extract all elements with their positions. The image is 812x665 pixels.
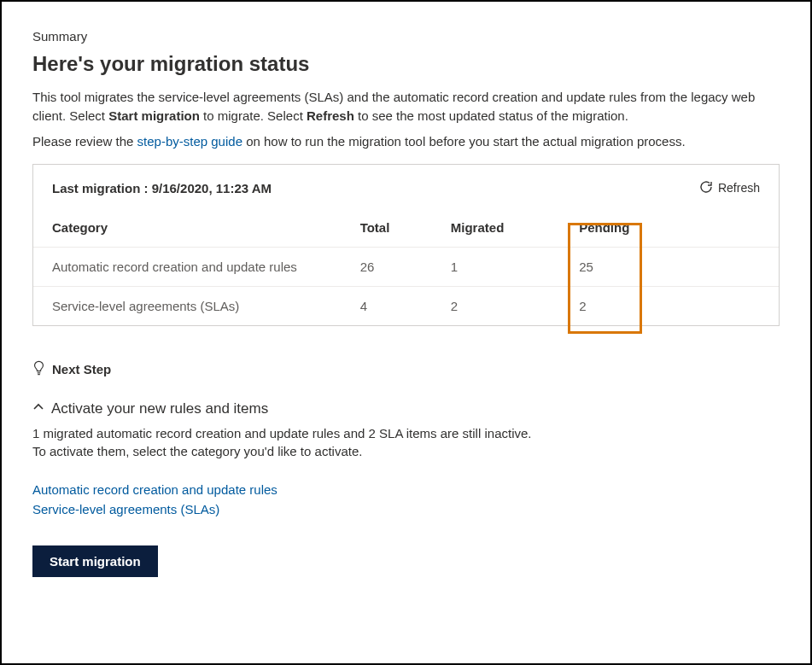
refresh-icon [699, 180, 713, 196]
activate-section-toggle[interactable]: Activate your new rules and items [32, 400, 780, 417]
migration-status-panel: Last migration : 9/16/2020, 11:23 AM Ref… [32, 164, 780, 326]
guide-part2: on how to run the migration tool before … [242, 134, 686, 149]
col-total: Total [347, 205, 437, 248]
guide-text: Please review the step-by-step guide on … [32, 134, 780, 149]
summary-label: Summary [32, 29, 780, 44]
step-by-step-guide-link[interactable]: step-by-step guide [137, 134, 242, 149]
activate-body-line1: 1 migrated automatic record creation and… [32, 424, 780, 443]
col-migrated: Migrated [437, 205, 565, 248]
refresh-label: Refresh [718, 181, 760, 195]
col-category: Category [33, 205, 347, 248]
intro-bold-start-migration: Start migration [108, 108, 200, 123]
intro-part3: to see the most updated status of the mi… [354, 108, 628, 123]
activate-body: 1 migrated automatic record creation and… [32, 424, 780, 462]
last-migration-label: Last migration : 9/16/2020, 11:23 AM [52, 181, 272, 195]
cell-total: 4 [347, 286, 437, 325]
intro-text: This tool migrates the service-level agr… [32, 88, 780, 125]
intro-part2: to migrate. Select [200, 108, 307, 123]
activate-body-line2: To activate them, select the category yo… [32, 442, 780, 461]
cell-migrated: 2 [437, 286, 565, 325]
guide-part1: Please review the [32, 134, 137, 149]
cell-total: 26 [347, 247, 437, 286]
intro-bold-refresh: Refresh [307, 108, 354, 123]
activate-link-arc-rules[interactable]: Automatic record creation and update rul… [32, 480, 780, 499]
activate-links: Automatic record creation and update rul… [32, 480, 780, 520]
cell-category: Service-level agreements (SLAs) [33, 286, 347, 325]
cell-pending: 25 [565, 247, 689, 286]
table-row: Automatic record creation and update rul… [33, 247, 779, 286]
cell-category: Automatic record creation and update rul… [33, 247, 347, 286]
activate-header-label: Activate your new rules and items [51, 400, 268, 417]
page-title: Here's your migration status [32, 52, 780, 76]
next-step-header: Next Step [32, 360, 780, 378]
chevron-up-icon [32, 400, 44, 417]
lightbulb-icon [32, 360, 45, 378]
cell-pending: 2 [565, 286, 689, 325]
activate-link-slas[interactable]: Service-level agreements (SLAs) [32, 499, 780, 519]
start-migration-button[interactable]: Start migration [32, 545, 158, 577]
table-row: Service-level agreements (SLAs) 4 2 2 [33, 286, 779, 325]
col-pending: Pending [565, 205, 689, 248]
refresh-button[interactable]: Refresh [699, 180, 760, 196]
status-table: Category Total Migrated Pending Automati… [33, 205, 779, 325]
cell-migrated: 1 [437, 247, 565, 286]
next-step-label: Next Step [52, 362, 111, 376]
